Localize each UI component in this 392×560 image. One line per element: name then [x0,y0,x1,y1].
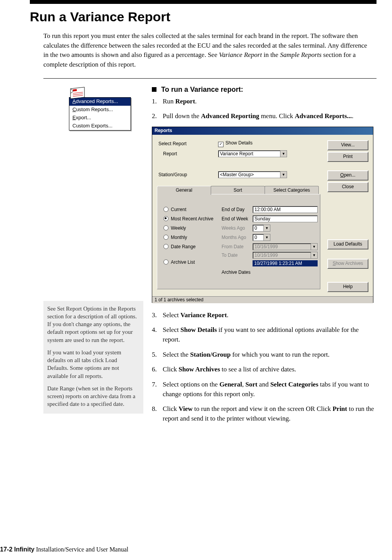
footer-product: Infinity [14,546,34,553]
combo-report[interactable]: Variance Report▼ [218,150,287,157]
step: 7.Select options on the General, Sort an… [152,380,377,399]
label-end-of-day: End of Day [222,207,244,212]
sidebar-note: See Set Report Options in the Reports se… [43,301,143,414]
step: 6.Click Show Archives to see a list of a… [152,365,377,374]
field-from-date: 10/16/1999▼ [253,243,318,250]
label-archive-dates: Archive Dates [222,270,251,275]
radio-date-range[interactable]: Date Range [163,244,196,249]
black-bar [30,0,377,4]
view-button[interactable]: View... [327,140,368,150]
open-button[interactable]: Open... [327,170,368,180]
intro-paragraph: To run this report you must enter the sa… [43,31,373,70]
task-heading: To run a Variance report: [152,86,377,94]
radio-archive-list[interactable]: Archive List [163,259,195,265]
step: 4.Select Show Details if you want to see… [152,325,377,344]
step: 8.Click View to run the report and view … [152,404,377,423]
step: 3.Select Variance Report. [152,311,377,320]
step: 2.Pull down the Advanced Reporting menu.… [152,112,377,121]
note-paragraph: Date Range (when set in the Reports scre… [47,385,139,408]
text: in the [262,51,280,58]
tab-general[interactable]: General [157,186,211,195]
tabs: General Sort Select Categories [157,186,320,194]
field-end-of-week[interactable]: Sunday [253,215,318,222]
chevron-down-icon: ▼ [280,151,287,157]
step: 5.Select the Station/Group for which you… [152,350,377,360]
bullet-square-icon [152,87,156,92]
label-report: Report [163,151,177,156]
archive-list-selection[interactable]: 10/27/1998 1:23:21 AM [253,260,318,266]
radio-monthly[interactable]: Monthly [163,235,187,240]
label-select-report: Select Report [158,141,187,146]
step: 1.Run Report. [152,97,377,107]
reports-dialog: Reports Select Report ✓Show Details Repo… [152,127,373,303]
combo-months-ago[interactable]: 0▼ [253,234,270,241]
menu-item-export[interactable]: Export... [69,114,131,122]
combo-station-group[interactable]: <Master Group>▼ [218,171,287,178]
divider [43,78,377,79]
chevron-down-icon: ▼ [311,244,317,250]
svg-rect-0 [73,89,77,91]
note-paragraph: See Set Report Options in the Reports se… [47,305,139,344]
advanced-reporting-menu: Advanced Reports... Custom Reports... Ex… [69,97,143,131]
tab-sort[interactable]: Sort [211,186,265,195]
chevron-down-icon: ▼ [263,225,270,231]
show-archives-button[interactable]: Show Archives [327,259,368,269]
radio-most-recent-archive[interactable]: Most Recent Archive [163,216,213,222]
tab-panel-general: Current Most Recent Archive Weekly Month… [157,194,320,289]
status-bar: 1 of 1 archives selected [152,296,373,303]
page-title: Run a Variance Report [30,9,377,24]
field-to-date: 10/16/1999▼ [253,252,318,259]
note-icon [69,86,86,100]
chevron-down-icon: ▼ [280,172,287,178]
radio-weekly[interactable]: Weekly [163,225,186,231]
chevron-down-icon: ▼ [311,252,317,258]
print-button[interactable]: Print [327,152,368,162]
menu-item-custom-reports[interactable]: Custom Reports... [69,106,131,114]
label-from-date: From Date [222,244,244,249]
label-months-ago: Months Ago [222,235,246,240]
combo-weeks-ago[interactable]: 0▼ [253,225,270,232]
load-defaults-button[interactable]: Load Defaults [327,239,368,249]
page-footer: 17-2 Infinity Installation/Service and U… [0,546,129,553]
note-paragraph: If you want to load your system defaults… [47,349,139,380]
label-to-date: To Date [222,253,237,258]
close-button[interactable]: Close [327,182,368,192]
footer-pageref: 17-2 [0,546,14,553]
checkbox-show-details[interactable]: ✓Show Details [218,140,253,147]
radio-current[interactable]: Current [163,207,186,212]
text-italic: Variance Report [219,51,262,58]
titlebar: Reports [152,127,373,135]
menu-item-custom-exports[interactable]: Custom Exports... [69,122,131,130]
label-station-group: Station/Group [158,172,187,177]
label-end-of-week: End of Week [222,216,248,222]
text-italic: Sample Reports [280,51,322,58]
tab-select-categories[interactable]: Select Categories [265,186,319,195]
chevron-down-icon: ▼ [263,234,270,240]
help-button[interactable]: Help [327,282,368,292]
footer-tail: Installation/Service and User Manual [34,546,129,553]
field-end-of-day[interactable]: 12:00:00 AM [253,206,318,213]
label-weeks-ago: Weeks Ago [222,225,245,231]
